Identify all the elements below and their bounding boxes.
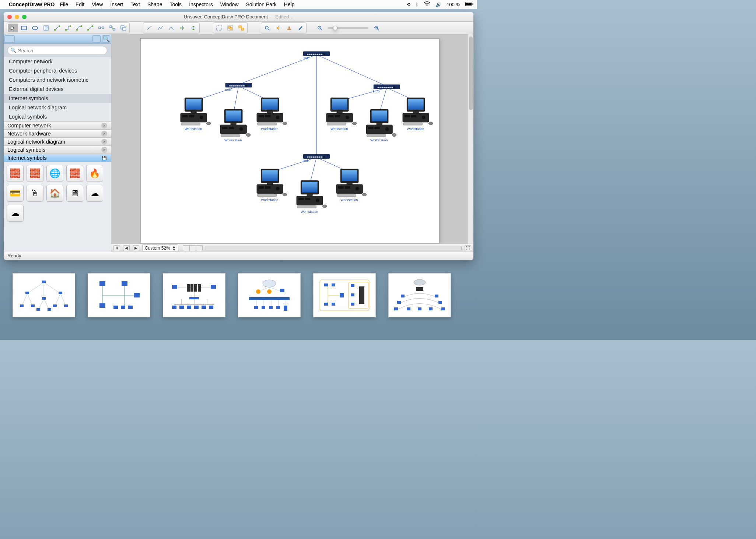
library-row[interactable]: Computer network: [4, 57, 111, 66]
app-name[interactable]: ConceptDraw PRO: [9, 1, 55, 7]
open-library-header[interactable]: Internet symbols💾: [4, 154, 111, 162]
zoom-out-button[interactable]: [315, 24, 325, 32]
canvas-area[interactable]: HubHubHubHubWorkstationWorkstationWorkst…: [111, 34, 473, 244]
line-tool[interactable]: [144, 24, 154, 32]
connector-d-tool[interactable]: [85, 24, 95, 32]
hub-node[interactable]: Hub: [225, 83, 252, 92]
menu-window[interactable]: Window: [220, 1, 239, 7]
curve-tool[interactable]: [166, 24, 176, 32]
ungroup-tool[interactable]: [236, 24, 246, 32]
palette-server[interactable]: 🖥: [66, 185, 83, 202]
palette-cloud[interactable]: ☁: [86, 185, 103, 202]
workstation-node[interactable]: Workstation: [336, 169, 367, 202]
palette-mouse[interactable]: 🖱: [27, 185, 43, 202]
close-library-icon[interactable]: ×: [101, 139, 107, 145]
zoom-slider-thumb[interactable]: [333, 26, 337, 30]
close-library-icon[interactable]: 💾: [101, 155, 107, 161]
titlebar[interactable]: Unsaved ConceptDraw PRO Document — Edite…: [4, 12, 473, 22]
view-mode-a[interactable]: [183, 245, 189, 251]
library-row[interactable]: Internet symbols: [4, 94, 111, 103]
close-library-icon[interactable]: ×: [101, 131, 107, 137]
open-library-header[interactable]: Computer network×: [4, 121, 111, 130]
library-row[interactable]: Computers and network isometric: [4, 75, 111, 85]
history-icon[interactable]: ⟲: [406, 2, 410, 7]
thumbnail-1[interactable]: [13, 273, 75, 317]
pan-tool[interactable]: [273, 24, 283, 32]
battery-icon[interactable]: [465, 2, 473, 7]
text-tool[interactable]: [41, 24, 51, 32]
library-row[interactable]: External digital devices: [4, 85, 111, 94]
view-mode-c[interactable]: [196, 245, 203, 251]
chain-a-tool[interactable]: [96, 24, 106, 32]
library-row[interactable]: Logical network diagram: [4, 103, 111, 112]
view-mode-b[interactable]: [189, 245, 196, 251]
menu-inspectors[interactable]: Inspectors: [189, 1, 213, 7]
library-row[interactable]: Computer peripheral devices: [4, 66, 111, 75]
menu-insert[interactable]: Insert: [110, 1, 123, 7]
zoom-in-button[interactable]: [371, 24, 382, 32]
palette-home[interactable]: 🏠: [46, 185, 63, 202]
thumbnail-3[interactable]: [163, 273, 225, 317]
menu-shape[interactable]: Shape: [147, 1, 162, 7]
close-library-icon[interactable]: ×: [101, 123, 107, 128]
workstation-node[interactable]: Workstation: [257, 169, 287, 202]
select-all-tool[interactable]: [214, 24, 224, 32]
close-button[interactable]: [7, 15, 12, 19]
workstation-node[interactable]: Workstation: [220, 109, 251, 142]
thumbnail-4[interactable]: [238, 273, 301, 317]
sidebar-list-icon[interactable]: [92, 35, 101, 43]
close-library-icon[interactable]: ×: [101, 147, 107, 153]
sidebar-mode-a[interactable]: [4, 35, 15, 43]
prev-page-button[interactable]: ◀: [123, 245, 130, 251]
palette-firewall-c[interactable]: 🧱: [66, 165, 83, 182]
library-row[interactable]: Logical symbols: [4, 112, 111, 121]
menu-tools[interactable]: Tools: [169, 1, 182, 7]
ellipse-tool[interactable]: [30, 24, 40, 32]
thumbnail-2[interactable]: [88, 273, 150, 317]
menu-edit[interactable]: Edit: [76, 1, 84, 7]
library-search-input[interactable]: [7, 46, 107, 55]
palette-firewall-b[interactable]: 🧱: [27, 165, 43, 182]
open-library-header[interactable]: Logical symbols×: [4, 146, 111, 154]
workstation-node[interactable]: Workstation: [326, 98, 357, 131]
horizontal-scrollbar[interactable]: [206, 246, 462, 250]
polyline-tool[interactable]: [155, 24, 165, 32]
zoom-dropdown[interactable]: Custom 52%▲▼: [142, 244, 178, 252]
connector-c-tool[interactable]: [74, 24, 84, 32]
group-tool[interactable]: [225, 24, 235, 32]
menu-file[interactable]: File: [60, 1, 68, 7]
flip-v-tool[interactable]: [188, 24, 199, 32]
pointer-tool[interactable]: [8, 24, 18, 32]
palette-cloud-out[interactable]: ☁: [7, 205, 24, 222]
clone-tool[interactable]: [118, 24, 129, 32]
open-library-header[interactable]: Logical network diagram×: [4, 138, 111, 146]
chain-b-tool[interactable]: [107, 24, 118, 32]
flip-h-tool[interactable]: [177, 24, 188, 32]
next-page-button[interactable]: ▶: [133, 245, 139, 251]
menu-text[interactable]: Text: [130, 1, 140, 7]
eyedropper-tool[interactable]: [295, 24, 305, 32]
thumbnail-6[interactable]: [388, 273, 451, 317]
pause-button[interactable]: ⏸: [113, 245, 120, 251]
palette-globe[interactable]: 🌐: [46, 165, 63, 182]
zoom-tool[interactable]: [262, 24, 272, 32]
menu-view[interactable]: View: [92, 1, 103, 7]
workstation-node[interactable]: Workstation: [181, 98, 211, 131]
workstation-node[interactable]: Workstation: [297, 181, 327, 214]
stamp-tool[interactable]: [284, 24, 294, 32]
menu-help[interactable]: Help: [284, 1, 295, 7]
palette-fire[interactable]: 🔥: [86, 165, 103, 182]
connector-b-tool[interactable]: [63, 24, 73, 32]
volume-icon[interactable]: 🔊: [435, 2, 441, 7]
workstation-node[interactable]: Workstation: [366, 109, 396, 142]
minimize-button[interactable]: [15, 15, 19, 19]
thumbnail-5[interactable]: [313, 273, 376, 317]
connector-a-tool[interactable]: [52, 24, 62, 32]
workstation-node[interactable]: Workstation: [257, 98, 287, 131]
palette-firewall-a[interactable]: 🧱: [7, 165, 24, 182]
sidebar-search-icon[interactable]: 🔍: [102, 35, 110, 43]
open-library-header[interactable]: Network hardware×: [4, 130, 111, 138]
drawing-page[interactable]: HubHubHubHubWorkstationWorkstationWorkst…: [141, 39, 439, 243]
fit-button[interactable]: ⛶: [465, 245, 471, 251]
workstation-node[interactable]: Workstation: [403, 98, 433, 131]
